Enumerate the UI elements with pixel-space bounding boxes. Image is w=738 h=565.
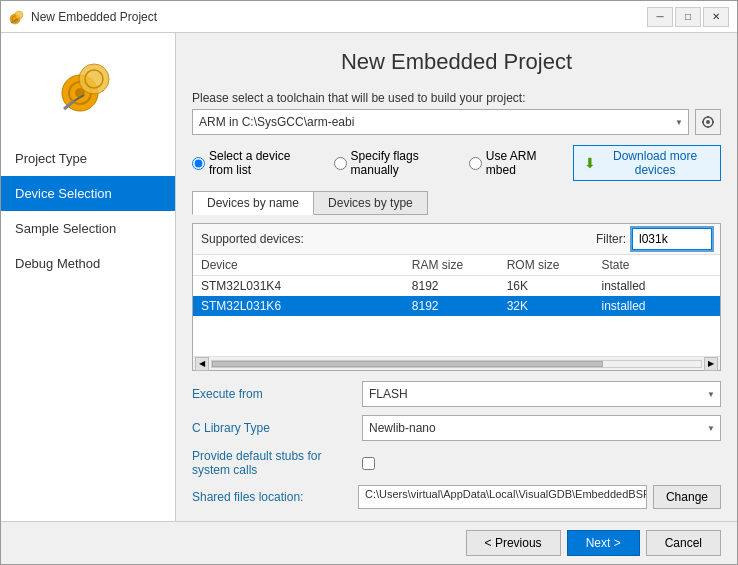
table-row[interactable]: STM32L031K6 8192 32K installed <box>193 296 720 316</box>
shared-files-row: Shared files location: C:\Users\virtual\… <box>192 485 721 509</box>
toolchain-row: ARM in C:\SysGCC\arm-eabi <box>192 109 721 135</box>
tab-devices-by-type[interactable]: Devices by type <box>313 191 428 215</box>
devices-panel: Supported devices: Filter: Device RAM si… <box>192 223 721 371</box>
toolchain-browse-button[interactable] <box>695 109 721 135</box>
scroll-right-arrow[interactable]: ▶ <box>704 357 718 371</box>
execute-from-select-wrapper: FLASH <box>362 381 721 407</box>
scroll-thumb <box>212 361 603 367</box>
window-icon <box>9 9 25 25</box>
col-header-rom: ROM size <box>499 255 594 276</box>
c-library-select[interactable]: Newlib-nano <box>362 415 721 441</box>
minimize-button[interactable]: ─ <box>647 7 673 27</box>
main-window: New Embedded Project ─ □ ✕ Proj <box>0 0 738 565</box>
bottom-form: Execute from FLASH C Library Type Newlib… <box>192 381 721 477</box>
sidebar-item-debug-method[interactable]: Debug Method <box>1 246 175 281</box>
scroll-track[interactable] <box>211 360 702 368</box>
filter-row: Filter: <box>596 228 712 250</box>
change-button[interactable]: Change <box>653 485 721 509</box>
svg-point-8 <box>79 64 109 94</box>
svg-point-2 <box>15 11 23 19</box>
toolchain-select[interactable]: ARM in C:\SysGCC\arm-eabi <box>192 109 689 135</box>
horizontal-scrollbar[interactable]: ◀ ▶ <box>193 356 720 370</box>
supported-devices-label: Supported devices: <box>201 232 304 246</box>
app-logo <box>1 41 175 141</box>
window-title: New Embedded Project <box>31 10 647 24</box>
cancel-button[interactable]: Cancel <box>646 530 721 556</box>
toolchain-group: Please select a toolchain that will be u… <box>192 91 721 135</box>
filter-input[interactable] <box>632 228 712 250</box>
provide-stubs-label: Provide default stubs for system calls <box>192 449 352 477</box>
col-header-state: State <box>594 255 720 276</box>
toolchain-label: Please select a toolchain that will be u… <box>192 91 721 105</box>
cell-device-0: STM32L031K4 <box>193 276 404 297</box>
maximize-button[interactable]: □ <box>675 7 701 27</box>
page-title: New Embedded Project <box>192 49 721 75</box>
scroll-left-arrow[interactable]: ◀ <box>195 357 209 371</box>
radio-arm-mbed[interactable]: Use ARM mbed <box>469 149 557 177</box>
provide-stubs-row <box>362 457 721 470</box>
window-controls: ─ □ ✕ <box>647 7 729 27</box>
table-header-row: Device RAM size ROM size State <box>193 255 720 276</box>
download-more-devices-button[interactable]: ⬇ Download more devices <box>573 145 721 181</box>
device-tabs: Devices by name Devices by type <box>192 191 721 215</box>
radio-flags[interactable]: Specify flags manually <box>334 149 453 177</box>
c-library-label: C Library Type <box>192 421 352 435</box>
cell-ram-0: 8192 <box>404 276 499 297</box>
execute-from-select[interactable]: FLASH <box>362 381 721 407</box>
svg-point-13 <box>706 120 710 124</box>
tab-devices-by-name[interactable]: Devices by name <box>192 191 314 215</box>
close-button[interactable]: ✕ <box>703 7 729 27</box>
filter-label: Filter: <box>596 232 626 246</box>
cell-ram-1: 8192 <box>404 296 499 316</box>
download-icon: ⬇ <box>584 155 596 171</box>
sidebar: Project Type Device Selection Sample Sel… <box>1 33 176 521</box>
execute-from-label: Execute from <box>192 387 352 401</box>
cell-device-1: STM32L031K6 <box>193 296 404 316</box>
radio-download-row: Select a device from list Specify flags … <box>192 145 721 181</box>
cell-state-0: installed <box>594 276 720 297</box>
title-bar: New Embedded Project ─ □ ✕ <box>1 1 737 33</box>
cell-rom-1: 32K <box>499 296 594 316</box>
col-header-device: Device <box>193 255 404 276</box>
sidebar-item-device-selection[interactable]: Device Selection <box>1 176 175 211</box>
c-library-select-wrapper: Newlib-nano <box>362 415 721 441</box>
provide-stubs-checkbox[interactable] <box>362 457 375 470</box>
radio-from-list[interactable]: Select a device from list <box>192 149 318 177</box>
dialog-footer: < Previous Next > Cancel <box>1 521 737 564</box>
main-panel: New Embedded Project Please select a too… <box>176 33 737 521</box>
previous-button[interactable]: < Previous <box>466 530 561 556</box>
shared-label: Shared files location: <box>192 490 352 504</box>
content-area: Project Type Device Selection Sample Sel… <box>1 33 737 521</box>
toolchain-select-wrapper: ARM in C:\SysGCC\arm-eabi <box>192 109 689 135</box>
cell-state-1: installed <box>594 296 720 316</box>
sidebar-item-sample-selection[interactable]: Sample Selection <box>1 211 175 246</box>
shared-path-display: C:\Users\virtual\AppData\Local\VisualGDB… <box>358 485 647 509</box>
devices-header: Supported devices: Filter: <box>193 224 720 255</box>
table-empty-row <box>193 316 720 356</box>
table-row[interactable]: STM32L031K4 8192 16K installed <box>193 276 720 297</box>
device-table: Device RAM size ROM size State STM32L031… <box>193 255 720 356</box>
sidebar-item-project-type[interactable]: Project Type <box>1 141 175 176</box>
col-header-ram: RAM size <box>404 255 499 276</box>
cell-rom-0: 16K <box>499 276 594 297</box>
next-button[interactable]: Next > <box>567 530 640 556</box>
